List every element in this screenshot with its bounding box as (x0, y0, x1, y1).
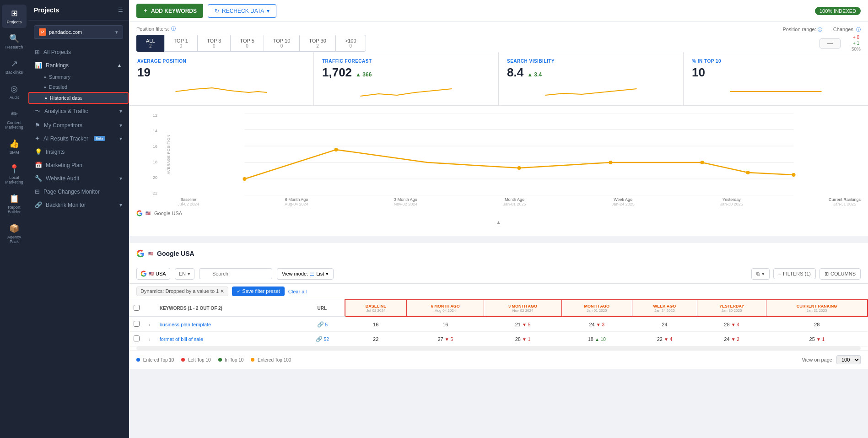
sidebar-item-analytics[interactable]: 〜 Analytics & Traffic ▾ (28, 104, 129, 119)
main-content: ＋ ADD KEYWORDS ↻ RECHECK DATA ▾ 100% IND… (129, 0, 868, 438)
legend-entered-top100: Entered Top 100 (251, 357, 291, 362)
dynamics-filter-tag[interactable]: Dynamics: Dropped by a value to 1 ✕ (136, 287, 228, 296)
nav-smm[interactable]: 👍 SMM (2, 135, 27, 158)
nav-content[interactable]: ✏ Content Marketing (2, 105, 27, 133)
sidebar-item-marketing-plan[interactable]: 📅 Marketing Plan (28, 158, 129, 172)
country-selector[interactable]: 🇺🇸 USA (136, 268, 170, 280)
main-chart-container (178, 113, 861, 195)
top10-chart (692, 82, 860, 101)
sidebar: Projects ☰ P pandadoc.com ▾ ⊞ All Projec… (28, 0, 129, 438)
nav-research[interactable]: 🔍 Research (2, 30, 27, 53)
bottom-section: 🇺🇸 Google USA 🇺🇸 USA EN ▾ 🔍 (129, 243, 868, 369)
nav-audit[interactable]: ◎ Audit (2, 80, 27, 103)
content-area: Position filters: ⓘ ALL 2 TOP 1 0 (129, 22, 868, 438)
row1-baseline: 16 (345, 317, 407, 332)
metrics-row: AVERAGE POSITION 19 TRAFFIC FORECAST 1,7… (129, 52, 868, 106)
flag-icon: 🇺🇸 (146, 211, 151, 216)
filter-top10-button[interactable]: TOP 10 0 (264, 35, 300, 52)
search-input[interactable] (199, 268, 272, 279)
sidebar-item-website-audit[interactable]: 🔧 Website Audit ▾ (28, 172, 129, 185)
range-input[interactable]: — (819, 38, 841, 49)
changes-label: Changes: ⓘ (833, 27, 861, 33)
metric-traffic-forecast: TRAFFIC FORECAST 1,702 ▲ 366 (314, 52, 499, 105)
row2-checkbox[interactable] (129, 332, 144, 346)
nav-report[interactable]: 📋 Report Builder (2, 190, 27, 218)
toolbar: ＋ ADD KEYWORDS ↻ RECHECK DATA ▾ 100% IND… (129, 0, 868, 22)
filter-gt100-button[interactable]: >100 0 (335, 35, 366, 52)
sidebar-collapse-icon[interactable]: ☰ (118, 7, 123, 13)
row1-keyword: business plan template (155, 317, 300, 332)
svg-point-10 (701, 161, 704, 164)
copy-button[interactable]: ⧉ ▾ (751, 268, 770, 280)
language-selector[interactable]: EN ▾ (175, 268, 194, 280)
filter-top5-button[interactable]: TOP 5 0 (230, 35, 263, 52)
position-filters-left: Position filters: ⓘ ALL 2 TOP 1 0 (136, 26, 366, 52)
horizontal-scrollbar[interactable] (136, 346, 861, 350)
yesterday-header: YESTERDAY Jan-30 2025 (697, 300, 766, 317)
collapse-row: ▲ (136, 216, 861, 228)
flag-header-icon: 🇺🇸 (148, 251, 153, 256)
dropdown-arrow: ▾ (188, 271, 190, 277)
x-axis: Baseline Jul-02 2024 6 Month Ago Aug-04 … (136, 197, 861, 206)
recheck-data-button[interactable]: ↻ RECHECK DATA ▾ (208, 4, 276, 18)
visibility-chart (507, 82, 675, 101)
select-all-checkbox[interactable] (134, 305, 140, 311)
row2-expand[interactable]: › (144, 332, 155, 346)
filter-all-button[interactable]: ALL 2 (136, 35, 164, 52)
page-size-select[interactable]: 100 (836, 355, 861, 364)
table-row: › business plan template 🔗 5 16 16 (129, 317, 868, 332)
row2-url: 🔗 52 (300, 332, 345, 346)
save-filter-preset-button[interactable]: ✓ Save filter preset (232, 287, 285, 296)
sidebar-item-backlink-monitor[interactable]: 🔗 Backlink Monitor ▾ (28, 198, 129, 211)
collapse-icon[interactable]: ▲ (496, 219, 501, 226)
filter-top30-button[interactable]: TOP 30 2 (299, 35, 335, 52)
sidebar-item-page-changes[interactable]: ⊟ Page Changes Monitor (28, 185, 129, 198)
content-icon: ✏ (11, 109, 18, 119)
nav-backlinks[interactable]: ↗ Backlinks (2, 55, 27, 78)
columns-button[interactable]: ⊞ COLUMNS (819, 268, 861, 280)
sidebar-item-rankings[interactable]: 📊 Rankings ▲ (28, 59, 129, 72)
sidebar-item-all-projects[interactable]: ⊞ All Projects (28, 45, 129, 59)
google-small-icon (140, 270, 147, 277)
nav-projects[interactable]: ⊞ Projects (2, 5, 27, 28)
sidebar-item-detailed[interactable]: ● Detailed (28, 82, 129, 92)
sidebar-item-insights[interactable]: 💡 Insights (28, 145, 129, 158)
keywords-table-container: KEYWORDS (1 - 2 OUT OF 2) URL BASELINE J… (129, 299, 868, 346)
legend-in-top10: In Top 10 (218, 357, 244, 362)
backlinks-icon: ↗ (11, 59, 18, 69)
nav-local[interactable]: 📍 Local Marketing (2, 160, 27, 188)
list-icon: ☰ (310, 271, 314, 277)
nav-agency[interactable]: 📦 Agency Pack (2, 220, 27, 248)
dot-icon: ● (44, 85, 46, 89)
add-keywords-button[interactable]: ＋ ADD KEYWORDS (136, 4, 203, 18)
sidebar-item-ai-tracker[interactable]: ✦ AI Results Tracker Beta ▾ (28, 132, 129, 145)
filters-button[interactable]: ≡ FILTERS (1) (773, 268, 816, 279)
y-axis-label-wrapper: AVERAGE POSITION (159, 113, 178, 195)
legend-left-top10: Left Top 10 (181, 357, 210, 362)
info-icon: ⓘ (171, 26, 176, 32)
sidebar-item-historical[interactable]: ● Historical data (28, 92, 129, 104)
view-mode-selector[interactable]: View mode: ☰ List ▾ (277, 268, 334, 280)
svg-point-8 (518, 166, 521, 170)
project-selector[interactable]: P pandadoc.com ▾ (34, 25, 123, 39)
row1-expand[interactable]: › (144, 317, 155, 332)
ai-icon: ✦ (35, 135, 40, 142)
range-values: — + 0 + 1 50% (819, 35, 861, 52)
checkbox-header (129, 300, 144, 317)
clear-all-link[interactable]: Clear all (288, 289, 307, 294)
sidebar-item-summary[interactable]: ● Summary (28, 72, 129, 82)
filter-top3-button[interactable]: TOP 3 0 (197, 35, 230, 52)
backlink-nav-icon: 🔗 (35, 201, 42, 208)
chevron-up-icon: ▲ (117, 62, 122, 69)
local-icon: 📍 (9, 164, 19, 174)
green-dot (218, 358, 222, 362)
table-row: › format of bill of sale 🔗 52 22 27 (129, 332, 868, 346)
view-on-page: View on page: 100 (802, 355, 861, 364)
row1-checkbox[interactable] (129, 317, 144, 332)
filter-top1-button[interactable]: TOP 1 0 (164, 35, 197, 52)
position-filters-bar: Position filters: ⓘ ALL 2 TOP 1 0 (129, 22, 868, 52)
x-label-1month: Month Ago Jan-01 2025 (503, 197, 526, 206)
indexed-badge: 100% INDEXED (815, 7, 861, 15)
range-label: Position range: ⓘ (782, 27, 822, 33)
sidebar-item-competitors[interactable]: ⚑ My Competitors ▾ (28, 119, 129, 132)
